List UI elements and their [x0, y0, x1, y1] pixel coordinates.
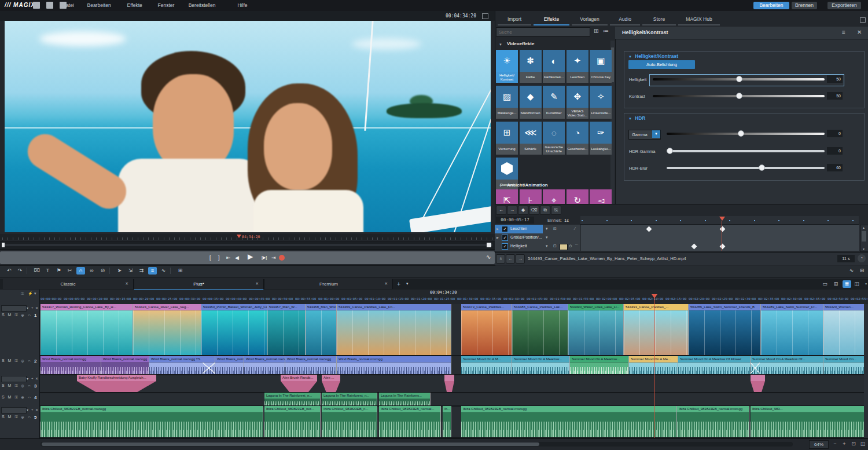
jump-to-start-button[interactable]: ⇤ — [226, 254, 231, 262]
row-control-icon[interactable]: ⊡ — [553, 244, 557, 248]
video-clip[interactable]: 564289_Lake_Swim_Summer_Fr... — [761, 304, 823, 355]
zoom-object-fit-icon[interactable]: ◫ — [859, 440, 867, 448]
track-name-box[interactable] — [1, 407, 27, 414]
monitor-detach-icon[interactable] — [482, 13, 488, 19]
copy-keyframe-button[interactable]: ⧉ — [540, 206, 550, 215]
keyframe-playhead-marker[interactable] — [719, 217, 725, 221]
zoom-fit-icon[interactable]: ⊡ — [849, 440, 858, 448]
timeline-playhead-marker[interactable] — [652, 294, 657, 298]
audio-clip[interactable]: Laguna In The Rainforest_n... — [322, 393, 377, 405]
unit-value[interactable]: 1s — [564, 218, 569, 223]
keyframe-row-greposition[interactable]: ▶✓Größe/Position/...▾ — [495, 233, 859, 243]
row-checkbox[interactable]: ✓ — [502, 235, 508, 241]
play-range-button[interactable]: [▶] — [262, 254, 267, 262]
keyframe-lane[interactable] — [580, 225, 859, 233]
razor-icon[interactable]: ✂ — [65, 267, 74, 275]
hdr-blur-value[interactable]: 60 — [827, 164, 843, 171]
tab-close-icon[interactable]: ✕ — [255, 281, 259, 286]
marker-icon[interactable]: ⚑ — [54, 267, 63, 275]
monitor-view-icon[interactable]: ▭ — [821, 280, 829, 288]
grid-view-icon[interactable]: ⊞ — [832, 280, 840, 288]
audio-clip[interactable]: Laguna In The Rainfores... — [379, 393, 431, 405]
panel-detach-icon[interactable] — [860, 17, 866, 23]
row-checkbox[interactable]: ✓ — [502, 226, 508, 232]
track-buttons[interactable]: S M ⚿ ⊕ ⇔ — [2, 395, 32, 400]
track-buttons[interactable]: S M ⚿ ⊕ ⇔ — [2, 313, 32, 317]
timeline-hscrollbar-thumb[interactable] — [42, 442, 539, 446]
menu-arrow-icon[interactable]: ▾ — [34, 291, 36, 296]
track-name-box[interactable] — [1, 376, 27, 382]
previous-keyframe-button[interactable]: ← — [496, 206, 506, 215]
video-clip[interactable]: 564320_Women... — [823, 304, 868, 355]
audio-clip[interactable]: Wind Blasts_normal.mxcogg — [244, 356, 285, 374]
hdr-gamma-value[interactable]: 0 — [827, 147, 843, 155]
row-control-icon[interactable]: ▾ — [546, 244, 548, 248]
title-clip[interactable]: Baby Kruffy Randbeschneidung Ausgleich..… — [77, 375, 156, 392]
section-collapse-icon[interactable]: ▼ — [499, 43, 502, 46]
menu-item-bereitstellen[interactable]: Bereitstellen — [189, 2, 216, 8]
menu-item-effekte[interactable]: Effekte — [127, 2, 142, 8]
track-close-icon[interactable]: ✕ — [35, 408, 38, 412]
audio-clip[interactable]: Summer Mood On A Meadow... — [512, 356, 570, 374]
menu-item-bearbeiten[interactable]: Bearbeiten — [87, 2, 111, 8]
paste-keyframe-button[interactable]: ⎘ — [551, 206, 561, 215]
section2-collapse-icon[interactable]: ▼ — [499, 184, 502, 188]
audio-clip[interactable]: Ib... — [443, 406, 451, 437]
video-clip[interactable]: 544417_Woman_Rowing_Canoe_Lake_By_H... — [41, 304, 133, 355]
group1-collapse-icon[interactable]: ▼ — [628, 55, 632, 58]
group2-collapse-icon[interactable]: ▼ — [628, 117, 632, 120]
track-name-box[interactable] — [1, 305, 27, 312]
scrub-range-start-handle[interactable] — [2, 243, 5, 247]
zoom-level[interactable]: 64% — [809, 440, 829, 449]
hdr-blur-slider-handle[interactable] — [759, 164, 765, 171]
audio-clip[interactable]: Wind Blasts_normal.mxcogg — [41, 356, 101, 374]
tab-magix-hub[interactable]: MAGIX Hub — [678, 16, 720, 25]
title-clip[interactable]: Alex Brush Randb... — [281, 375, 317, 392]
track-buttons[interactable]: S M ⚿ ⊕ ⇔ — [2, 358, 32, 363]
mouse-mode-all-icon[interactable]: ⇲ — [126, 267, 135, 275]
crossfade-marker[interactable] — [203, 363, 215, 374]
jump-to-end-button[interactable]: ⇥ — [271, 254, 276, 262]
params-menu-icon[interactable]: ≡ — [842, 29, 845, 35]
video-clip[interactable]: 564286_Lake_Swim_Summer_Friends_B — [689, 304, 761, 355]
keyframe-lane[interactable] — [580, 233, 859, 242]
tab-close-icon[interactable]: ✕ — [125, 281, 128, 286]
range-start-button[interactable]: [ — [209, 254, 211, 262]
helligkeit-slider-handle[interactable] — [736, 76, 742, 82]
audio-clip[interactable]: Ibiza Chillout_983823EB_normal... — [379, 406, 441, 437]
audio-clip[interactable]: Summer Mood On A Meadow Of Flower — [678, 356, 751, 374]
title-clip[interactable]: Alex ... — [322, 375, 340, 392]
audio-clip[interactable]: Summer Mood On A Meadow Of... — [751, 356, 823, 374]
kontrast-value[interactable]: 50 — [827, 92, 843, 100]
effect-tile-gauss'sche[interactable]: ◌Gauss'sche Unschärfe — [543, 122, 565, 155]
tab-store[interactable]: Store — [642, 16, 676, 25]
effect-tile-geschwind...[interactable]: ◔Geschwind... — [567, 122, 589, 155]
tab-close-icon[interactable]: ✕ — [384, 281, 388, 286]
gamma-dropdown-arrow-icon[interactable]: ▼ — [652, 130, 660, 138]
collapse-panel-button[interactable]: « — [496, 254, 505, 264]
rotation-tile[interactable]: ↻ — [567, 189, 589, 204]
audio-clip[interactable]: Ibiza Chillout_983823EB_normal.mxcogg — [461, 406, 677, 437]
camera-pan-tile[interactable]: ⌖ — [543, 189, 565, 204]
keyframe-diamond[interactable] — [720, 226, 726, 232]
audio-clip[interactable]: Summer Mood On... — [823, 356, 868, 374]
gamma-value[interactable]: 0 — [827, 130, 843, 137]
params-close-icon[interactable]: ✕ — [857, 29, 862, 35]
hdr-blur-slider-track[interactable] — [667, 167, 825, 169]
scrub-handle[interactable] — [487, 243, 491, 247]
mouse-mode-object-icon[interactable]: ≡ — [148, 267, 157, 275]
effect-tile-maskenge...[interactable]: ▨Maskenge... — [496, 86, 518, 119]
video-clip[interactable]: 544490_Water_Lilies_Lake_Li... — [568, 304, 624, 355]
timeline-vscrollbar[interactable] — [864, 304, 868, 438]
audio-clip[interactable]: Ibiza Chillout_983823EB_nor... — [264, 406, 321, 437]
mode-button-bearbeiten[interactable]: Bearbeiten — [753, 2, 789, 9]
previous-frame-button[interactable]: ◀ — [235, 254, 239, 262]
expand-arrow-icon[interactable]: ▶ — [496, 227, 499, 231]
record-button[interactable] — [279, 255, 285, 261]
audio-clip[interactable]: Ibiza Chillout_983823EB_normal.mxcogg — [677, 406, 749, 437]
helligkeit-value[interactable]: 50 — [827, 75, 843, 83]
keyframe-diamond[interactable] — [646, 226, 652, 232]
tab-vorlagen[interactable]: Vorlagen — [572, 16, 608, 25]
flash-icon[interactable]: ⚡ — [28, 291, 33, 296]
audio-clip[interactable]: Wind Blasts_norm... — [215, 356, 244, 374]
